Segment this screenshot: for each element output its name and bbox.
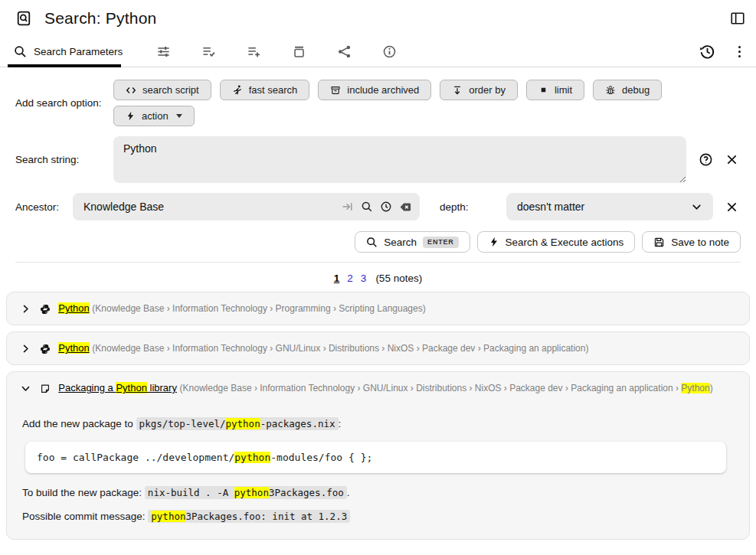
action-dropdown-button[interactable]: action	[113, 106, 195, 126]
code-block: foo = callPackage ../development/python-…	[25, 442, 726, 473]
note-paragraph: Possible commit message: python3Packages…	[22, 511, 731, 522]
python-logo-icon	[40, 304, 51, 315]
inline-code: nix-build . -A python3Packages.foo	[145, 486, 347, 499]
tab-note-map[interactable]	[337, 44, 352, 59]
order-by-button[interactable]: order by	[440, 80, 518, 100]
search-execute-actions-button[interactable]: Search & Execute actions	[477, 231, 636, 253]
search-button[interactable]: Search ENTER	[355, 231, 470, 253]
chevron-down-icon	[691, 201, 702, 213]
search-definition-form: Add search option: search script fast se…	[0, 67, 756, 263]
remove-ancestor-icon[interactable]	[726, 201, 738, 213]
note-revisions-history-icon[interactable]	[699, 44, 715, 60]
note-paragraph: Add the new package to pkgs/top-level/py…	[22, 418, 731, 429]
search-note-icon	[15, 10, 32, 27]
page-1-current: 1	[334, 273, 340, 284]
inline-code: pkgs/top-level/python-packages.nix	[136, 417, 339, 430]
sliders-icon	[156, 44, 171, 59]
code-icon	[126, 85, 136, 96]
clear-input-backspace-icon[interactable]	[399, 201, 412, 214]
list-plus-icon	[247, 44, 261, 59]
add-search-option-label: Add search option:	[15, 97, 113, 109]
search-result-card: Python (Knowledge Base › Information Tec…	[6, 331, 750, 365]
result-title-link[interactable]: Python	[58, 302, 89, 314]
archive-box-icon	[330, 85, 341, 96]
limit-button[interactable]: limit	[526, 80, 584, 100]
active-tab-underline	[8, 64, 121, 67]
debug-button[interactable]: debug	[593, 80, 662, 100]
tab-owned-attributes[interactable]	[201, 44, 216, 59]
depth-selected-value: doesn't matter	[517, 201, 691, 213]
search-string-label: Search string:	[15, 154, 113, 165]
collapse-chevron-down-icon[interactable]	[21, 384, 31, 393]
tab-label: Search Parameters	[34, 46, 123, 57]
note-paragraph: To build the new package: nix-build . -A…	[22, 487, 731, 498]
note-count: (55 notes)	[375, 273, 422, 284]
tab-note-paths[interactable]	[292, 44, 306, 59]
archive-icon	[292, 44, 306, 59]
bug-icon	[605, 85, 616, 96]
ribbon-bar: Search Parameters	[0, 37, 756, 67]
search-string-input[interactable]: Python	[113, 136, 686, 183]
result-note-path: (Knowledge Base › Information Technology…	[180, 383, 713, 393]
result-title-link[interactable]: Packaging a Python library	[58, 382, 177, 393]
list-check-icon	[201, 44, 216, 59]
runner-icon	[232, 85, 243, 96]
include-archived-button[interactable]: include archived	[318, 80, 431, 100]
save-to-note-button[interactable]: Save to note	[642, 231, 741, 253]
expand-chevron-right-icon[interactable]	[21, 344, 31, 354]
ancestor-autocomplete	[73, 193, 420, 220]
note-icon	[40, 384, 51, 394]
depth-label: depth:	[440, 201, 497, 213]
page-2-link[interactable]: 2	[347, 273, 353, 284]
search-result-card-expanded: Packaging a Python library (Knowledge Ba…	[6, 371, 750, 540]
expand-chevron-right-icon[interactable]	[21, 304, 31, 314]
share-network-icon	[337, 44, 352, 59]
inline-code: python3Packages.foo: init at 1.2.3	[148, 510, 350, 523]
tab-inherited-attributes[interactable]	[247, 44, 261, 59]
python-logo-icon	[40, 344, 51, 354]
result-note-path: (Knowledge Base › Information Technology…	[92, 343, 588, 354]
caret-down-icon	[176, 114, 182, 118]
pagination: 123(55 notes)	[0, 263, 756, 292]
info-circle-icon	[382, 44, 397, 59]
right-panel-toggle-icon[interactable]	[730, 11, 745, 26]
search-script-button[interactable]: search script	[113, 80, 211, 100]
lightning-icon	[489, 237, 499, 247]
depth-select[interactable]: doesn't matter	[506, 193, 713, 220]
save-floppy-icon	[653, 237, 665, 248]
note-content-preview: Add the new package to pkgs/top-level/py…	[7, 404, 749, 539]
lightning-icon	[126, 111, 136, 121]
fast-search-button[interactable]: fast search	[220, 80, 310, 100]
result-note-path: (Knowledge Base › Information Technology…	[92, 303, 425, 314]
recent-notes-clock-icon[interactable]	[380, 201, 392, 213]
search-icon	[14, 45, 27, 58]
tab-note-info[interactable]	[382, 44, 397, 59]
tab-search-parameters[interactable]: Search Parameters	[14, 45, 123, 58]
enter-key-badge: ENTER	[423, 237, 459, 248]
result-title-link[interactable]: Python	[58, 342, 89, 354]
remove-search-string-icon[interactable]	[726, 154, 738, 165]
search-string-help-icon[interactable]	[699, 152, 713, 167]
show-tree-search-icon[interactable]	[361, 201, 373, 213]
search-result-card: Python (Knowledge Base › Information Tec…	[6, 292, 750, 325]
square-icon	[538, 85, 548, 95]
ancestor-label: Ancestor:	[15, 201, 73, 213]
page-3-link[interactable]: 3	[361, 273, 367, 284]
search-icon	[366, 237, 378, 248]
title-bar: Search: Python	[0, 0, 756, 37]
jump-to-note-icon[interactable]	[342, 201, 354, 213]
more-options-menu-icon[interactable]	[735, 44, 744, 59]
arrow-down-to-line-icon	[452, 85, 463, 96]
page-title: Search: Python	[44, 9, 730, 28]
tab-basic-properties[interactable]	[156, 44, 171, 59]
search-results-list: Python (Knowledge Base › Information Tec…	[0, 292, 756, 540]
